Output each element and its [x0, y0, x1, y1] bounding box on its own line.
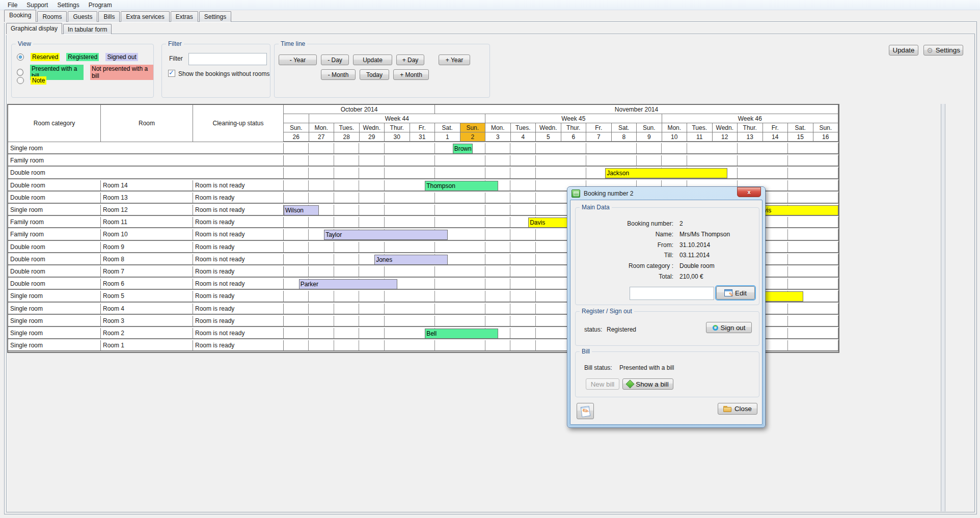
- note-icon: [580, 405, 590, 417]
- view-radio[interactable]: [17, 77, 24, 84]
- week-header: Week 46: [662, 114, 839, 123]
- booking-bar-jones[interactable]: Jones: [374, 255, 448, 265]
- week-header: [284, 114, 309, 123]
- day-number-header: 15: [788, 132, 813, 142]
- cell-room: Room 6: [101, 279, 193, 289]
- day-name-header: Tues.: [334, 123, 360, 132]
- day-name-header: Sun.: [460, 123, 486, 132]
- timeline-button-day[interactable]: + Day: [396, 54, 424, 65]
- day-number-header: 11: [687, 132, 713, 142]
- show-a-bill-label: Show a bill: [636, 380, 668, 388]
- menu-item-file[interactable]: File: [3, 1, 22, 10]
- filter-groupbox: Filter Filter Show the bookings without …: [161, 44, 270, 98]
- view-radio[interactable]: [17, 69, 23, 76]
- cell-cleaning-status: Room is ready: [193, 217, 284, 227]
- field-value: 210,00 €: [679, 273, 703, 280]
- field-value: Mrs/Ms Thompson: [679, 231, 730, 238]
- day-number-header: 26: [284, 132, 309, 142]
- day-name-header: Tues.: [511, 123, 536, 132]
- cell-room-category: Double room: [8, 254, 101, 264]
- day-name-header: Wedn.: [713, 123, 738, 132]
- tab-extras[interactable]: Extras: [171, 11, 198, 22]
- show-bookings-label: Show the bookings without rooms: [178, 70, 269, 77]
- timeline-button--day[interactable]: - Day: [321, 54, 349, 65]
- day-name-header: Wedn.: [536, 123, 561, 132]
- settings-button[interactable]: ⚙Settings: [923, 45, 963, 56]
- main-data-field-row: Total:210,00 €: [576, 273, 759, 282]
- day-name-header: Sat.: [788, 123, 813, 132]
- table-row: Single roomBrown: [8, 143, 838, 154]
- timeline-button-year[interactable]: + Year: [439, 54, 470, 65]
- tab-settings[interactable]: Settings: [199, 11, 231, 22]
- tab-booking[interactable]: Booking: [4, 10, 36, 22]
- booking-bar-davis[interactable]: Davis: [754, 205, 838, 215]
- booking-bar-bell[interactable]: Bell: [425, 329, 498, 339]
- day-name-header: Thur.: [738, 123, 763, 132]
- subtab-graphical-display[interactable]: Graphical display: [6, 23, 62, 34]
- booking-bar-jackson[interactable]: Jackson: [605, 168, 727, 178]
- menu-item-support[interactable]: Support: [22, 1, 52, 10]
- close-button[interactable]: Close: [718, 403, 757, 415]
- cell-room-category: Double room: [8, 242, 101, 252]
- tab-rooms[interactable]: Rooms: [37, 11, 67, 22]
- week-header: Week 44: [309, 114, 486, 123]
- timeline-button-today[interactable]: Today: [360, 69, 389, 80]
- cell-room-category: Single room: [8, 328, 101, 338]
- room-input[interactable]: [630, 287, 714, 300]
- timeline-button-update[interactable]: Update: [353, 54, 392, 65]
- cell-cleaning-status: Room is ready: [193, 266, 284, 277]
- show-a-bill-button[interactable]: Show a bill: [622, 378, 673, 390]
- booking-bar-thompson[interactable]: Thompson: [425, 181, 498, 191]
- close-button-label: Close: [734, 405, 752, 413]
- folder-icon: [723, 406, 732, 412]
- new-bill-button[interactable]: New bill: [586, 378, 619, 390]
- booking-dialog: Booking number 2 x Main Data Booking num…: [567, 186, 766, 428]
- cell-room: Room 8: [101, 254, 193, 264]
- show-bookings-checkbox[interactable]: [168, 70, 175, 77]
- tab-bills[interactable]: Bills: [98, 11, 120, 22]
- booking-bar-taylor[interactable]: Taylor: [324, 230, 448, 240]
- booking-app-icon: [571, 189, 580, 198]
- dialog-close-icon[interactable]: x: [737, 187, 761, 197]
- sign-out-button[interactable]: Sign out: [706, 322, 752, 333]
- day-name-header: Sun.: [637, 123, 662, 132]
- booking-bar-parker[interactable]: Parker: [299, 279, 397, 289]
- vertical-scrollbar[interactable]: [941, 104, 945, 511]
- day-number-header: 31: [410, 132, 435, 142]
- cell-cleaning-status: Room is ready: [193, 340, 284, 350]
- timeline-button-month[interactable]: + Month: [393, 69, 429, 80]
- filter-groupbox-title: Filter: [166, 40, 184, 47]
- cell-room-category: Double room: [8, 168, 284, 178]
- timeline-button--month[interactable]: - Month: [321, 69, 356, 80]
- booking-bar-wilson[interactable]: Wilson: [284, 205, 319, 215]
- edit-button-label: Edit: [735, 289, 747, 297]
- tab-guests[interactable]: Guests: [68, 11, 97, 22]
- view-radio[interactable]: [17, 53, 24, 61]
- menu-item-settings[interactable]: Settings: [52, 1, 84, 10]
- note-button[interactable]: [577, 403, 594, 419]
- day-number-header: 1: [435, 132, 460, 142]
- cell-room-category: Family room: [8, 217, 101, 227]
- cell-room: Room 11: [101, 217, 193, 227]
- day-number-header: 14: [763, 132, 788, 142]
- edit-button[interactable]: Edit: [716, 286, 755, 299]
- subtab-in-tabular-form[interactable]: In tabular form: [63, 24, 112, 34]
- day-number-header: 12: [713, 132, 738, 142]
- cell-room-category: Double room: [8, 279, 101, 289]
- cell-room-category: Single room: [8, 291, 101, 301]
- cell-room: Room 7: [101, 266, 193, 277]
- timeline-row1: - Year- DayUpdate+ Day+ Year: [279, 54, 470, 65]
- timeline-button--year[interactable]: - Year: [279, 54, 317, 65]
- tab-extra-services[interactable]: Extra services: [121, 11, 169, 22]
- filter-checkbox-row[interactable]: Show the bookings without rooms: [168, 70, 269, 77]
- field-value: 31.10.2014: [679, 241, 710, 249]
- dialog-titlebar[interactable]: Booking number 2: [571, 189, 633, 198]
- cell-room-category: Family room: [8, 229, 101, 239]
- update-button[interactable]: Update: [889, 45, 918, 56]
- booking-bar-brown[interactable]: Brown: [453, 144, 473, 154]
- cell-room-category: Double room: [8, 180, 101, 190]
- day-number-header: 16: [813, 132, 839, 142]
- cell-cleaning-status: Room is ready: [193, 291, 284, 301]
- filter-input[interactable]: [188, 53, 267, 65]
- menu-item-program[interactable]: Program: [84, 1, 117, 10]
